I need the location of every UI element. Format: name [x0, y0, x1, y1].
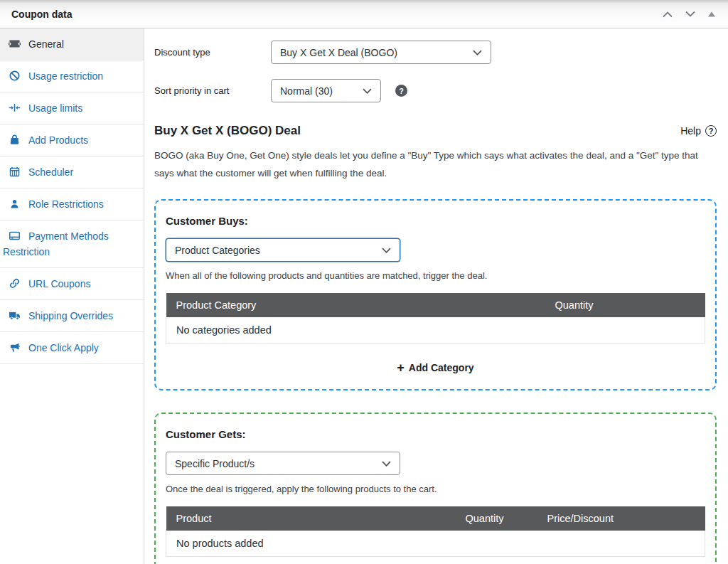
bogo-heading: Buy X Get X (BOGO) Deal [154, 124, 301, 138]
get-type-value: Specific Product/s [175, 458, 255, 469]
metabox-controls [657, 7, 721, 21]
column-product-category: Product Category [166, 293, 545, 317]
tab-url-coupons[interactable]: URL Coupons [0, 268, 144, 300]
metabox-title: Coupon data [11, 9, 73, 20]
tab-add-products[interactable]: Add Products [0, 124, 144, 156]
bogo-description: BOGO (aka Buy One, Get One) style deals … [154, 147, 717, 182]
chevron-down-icon [382, 461, 391, 467]
chevron-down-icon [363, 88, 372, 94]
customer-gets-heading: Customer Gets: [166, 428, 705, 440]
question-circle-icon[interactable]: ? [395, 85, 407, 97]
discount-type-select[interactable]: Buy X Get X Deal (BOGO) [271, 41, 491, 64]
megaphone-icon [9, 341, 21, 353]
metabox-body: General Usage restriction Usage limits A… [0, 28, 728, 564]
chevron-down-icon [685, 10, 696, 18]
help-link-label: Help [680, 125, 701, 137]
add-category-row: + Add Category [166, 344, 705, 375]
tab-label: Shipping Overrides [28, 310, 113, 321]
add-category-label: Add Category [409, 362, 474, 373]
empty-categories-cell: No categories added [166, 317, 705, 344]
tab-general[interactable]: General [0, 28, 144, 60]
discount-type-label: Discount type [154, 47, 271, 58]
tab-label: Usage limits [28, 102, 82, 114]
tab-payment-methods-restriction[interactable]: Payment Methods Restriction [0, 220, 144, 268]
discount-type-value: Buy X Get X Deal (BOGO) [280, 47, 397, 58]
column-quantity: Quantity [456, 506, 537, 531]
move-down-button[interactable] [680, 7, 701, 21]
user-icon [9, 198, 21, 210]
column-quantity: Quantity [545, 293, 705, 317]
move-up-button[interactable] [657, 7, 678, 21]
sort-priority-row: Sort priority in cart Normal (30) ? [154, 79, 717, 102]
tab-scheduler[interactable]: Scheduler [0, 156, 144, 188]
customer-buys-section: Customer Buys: Product Categories When a… [154, 199, 717, 390]
coupon-data-metabox: Coupon data [0, 0, 728, 564]
chevron-up-icon [662, 10, 673, 18]
bogo-header: Buy X Get X (BOGO) Deal Help ? [154, 124, 717, 138]
add-category-button[interactable]: + Add Category [392, 361, 478, 375]
question-circle-outline-icon: ? [705, 125, 717, 137]
tab-label: General [28, 38, 64, 50]
truck-icon [9, 309, 21, 321]
tab-shipping-overrides[interactable]: Shipping Overrides [0, 300, 144, 332]
shopping-bag-icon [9, 134, 21, 146]
sort-priority-value: Normal (30) [280, 85, 333, 97]
tab-one-click-apply[interactable]: One Click Apply [0, 332, 144, 364]
triangle-up-icon [707, 11, 716, 18]
toggle-panel-button[interactable] [702, 8, 721, 21]
discount-type-row: Discount type Buy X Get X Deal (BOGO) [154, 41, 717, 64]
tab-label: URL Coupons [28, 278, 90, 289]
customer-gets-table: Product Quantity Price/Discount No produ… [166, 506, 705, 557]
sort-priority-select[interactable]: Normal (30) [271, 79, 381, 102]
help-link[interactable]: Help ? [680, 125, 717, 137]
customer-buys-heading: Customer Buys: [166, 215, 705, 227]
link-icon [9, 277, 21, 289]
empty-products-cell: No products added [166, 531, 705, 557]
tab-label: One Click Apply [28, 342, 99, 353]
table-header-row: Product Category Quantity [166, 293, 705, 317]
customer-buys-helper: When all of the following products and q… [166, 270, 705, 281]
table-header-row: Product Quantity Price/Discount [166, 506, 705, 531]
limits-arrows-icon [9, 102, 21, 114]
customer-gets-helper: Once the deal is triggered, apply the fo… [166, 484, 705, 494]
customer-gets-section: Customer Gets: Specific Product/s Once t… [154, 413, 717, 564]
tab-usage-limits[interactable]: Usage limits [0, 92, 144, 124]
sort-priority-label: Sort priority in cart [154, 85, 271, 96]
ticket-icon [9, 38, 21, 50]
credit-card-icon [9, 230, 21, 242]
tab-label: Role Restrictions [28, 198, 104, 210]
table-empty-row: No categories added [166, 317, 705, 344]
plus-icon: + [397, 361, 405, 374]
buy-type-select[interactable]: Product Categories [166, 238, 400, 262]
column-product: Product [166, 506, 456, 531]
chevron-down-icon [473, 50, 482, 55]
table-empty-row: No products added [166, 531, 705, 557]
calendar-icon [9, 166, 21, 178]
tab-label: Add Products [28, 134, 88, 146]
chevron-down-icon [382, 248, 391, 253]
general-panel: Discount type Buy X Get X Deal (BOGO) So… [144, 28, 728, 564]
coupon-tabs: General Usage restriction Usage limits A… [0, 28, 144, 564]
column-price-discount: Price/Discount [537, 506, 705, 531]
metabox-header: Coupon data [0, 0, 728, 28]
tab-role-restrictions[interactable]: Role Restrictions [0, 188, 144, 220]
buy-type-value: Product Categories [175, 245, 260, 256]
get-type-select[interactable]: Specific Product/s [166, 452, 400, 475]
tab-usage-restriction[interactable]: Usage restriction [0, 60, 144, 92]
tab-label: Usage restriction [28, 70, 103, 82]
tab-label: Scheduler [28, 166, 73, 178]
customer-buys-table: Product Category Quantity No categories … [166, 293, 705, 344]
ban-icon [9, 70, 21, 82]
